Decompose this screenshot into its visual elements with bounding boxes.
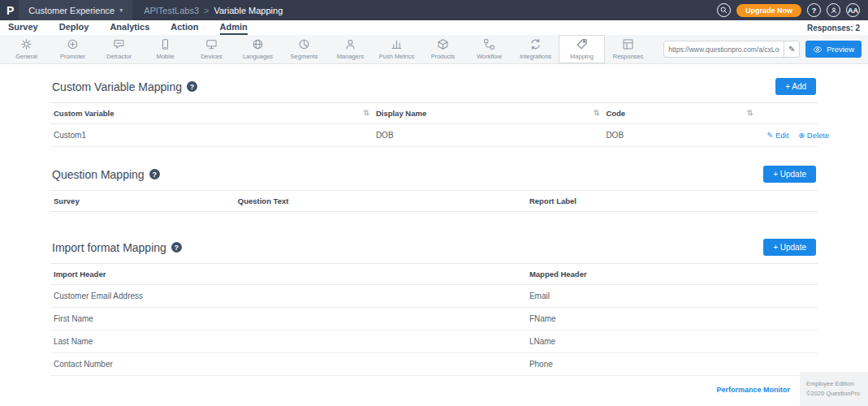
upgrade-now-button[interactable]: Upgrade Now bbox=[736, 4, 801, 17]
eye-icon bbox=[813, 45, 823, 54]
cell-code: DOB bbox=[602, 124, 756, 147]
section-title-import-format-mapping: Import format Mapping bbox=[52, 241, 166, 254]
toolbar-item-responses[interactable]: Responses bbox=[605, 35, 651, 63]
toolbar-item-promoter[interactable]: Promoter bbox=[50, 35, 96, 63]
avatar[interactable]: AA bbox=[846, 3, 860, 17]
column-header-custom-variable: Custom Variable ⇅ bbox=[50, 103, 373, 124]
toolbar-item-general[interactable]: General bbox=[3, 35, 50, 63]
toolbar-item-detractor[interactable]: Detractor bbox=[96, 35, 142, 63]
cell-mapped-header: Email bbox=[526, 285, 818, 308]
content-area: Custom Variable Mapping ? + Add Custom V… bbox=[50, 69, 818, 376]
table-grid-icon bbox=[622, 38, 634, 50]
update-question-mapping-button[interactable]: + Update bbox=[763, 166, 816, 183]
custom-variable-table: Custom Variable ⇅ Display Name ⇅ Code ⇅ bbox=[50, 102, 818, 147]
search-icon bbox=[720, 6, 728, 14]
section-title-custom-variable-mapping: Custom Variable Mapping bbox=[52, 80, 182, 93]
column-header-survey: Survey bbox=[50, 191, 235, 212]
help-icon[interactable]: ? bbox=[149, 169, 160, 179]
tab-analytics[interactable]: Analytics bbox=[110, 20, 149, 35]
edit-pencil-icon: ✎ bbox=[767, 131, 773, 140]
table-row: Last Name LName bbox=[50, 330, 818, 353]
toolbar-item-mapping[interactable]: Mapping bbox=[559, 35, 605, 63]
bar-chart-icon bbox=[391, 38, 403, 50]
table-row: Customer Email Address Email bbox=[50, 285, 818, 308]
sync-arrows-icon bbox=[529, 38, 542, 50]
column-header-question-text: Question Text bbox=[235, 191, 526, 212]
help-icon[interactable]: ? bbox=[187, 81, 197, 92]
cell-mapped-header: LName bbox=[526, 330, 818, 353]
chevron-down-icon: ▾ bbox=[119, 6, 123, 14]
top-bar: P Customer Experience ▾ APITestLabs3>Var… bbox=[0, 0, 868, 20]
person-icon bbox=[344, 38, 356, 50]
import-format-table: Import Header Mapped Header Customer Ema… bbox=[50, 263, 818, 376]
cell-import-header: First Name bbox=[50, 308, 526, 330]
tab-action[interactable]: Action bbox=[171, 20, 198, 35]
toolbar-item-integrations[interactable]: Integrations bbox=[512, 35, 559, 63]
sort-icon[interactable]: ⇅ bbox=[363, 109, 369, 117]
cell-import-header: Customer Email Address bbox=[50, 285, 526, 308]
column-header-mapped-header: Mapped Header bbox=[526, 264, 818, 285]
admin-toolbar: General Promoter Detractor Mobile Device… bbox=[0, 35, 868, 64]
product-dropdown[interactable]: Customer Experience ▾ bbox=[19, 0, 132, 20]
cell-import-header: Last Name bbox=[50, 330, 526, 353]
column-header-report-label: Report Label bbox=[526, 191, 818, 212]
question-mapping-section: Question Mapping ? + Update Survey Quest… bbox=[50, 157, 818, 220]
table-row: Custom1 DOB DOB ✎ Edit ⊗ Delete bbox=[50, 124, 818, 147]
preview-button[interactable]: Preview bbox=[805, 41, 862, 58]
sort-icon[interactable]: ⇅ bbox=[747, 109, 754, 117]
custom-variable-mapping-section: Custom Variable Mapping ? + Add Custom V… bbox=[50, 69, 818, 147]
column-header-import-header: Import Header bbox=[50, 264, 526, 285]
questionpro-logo[interactable]: P bbox=[6, 4, 14, 17]
toolbar-item-languages[interactable]: Languages bbox=[235, 35, 281, 63]
person-icon bbox=[830, 6, 838, 15]
pie-segment-icon bbox=[298, 38, 310, 50]
table-row: Contact Number Phone bbox=[50, 353, 818, 376]
edit-url-button[interactable]: ✎ bbox=[784, 41, 799, 57]
account-button[interactable] bbox=[827, 3, 840, 17]
tab-survey[interactable]: Survey bbox=[8, 20, 38, 35]
breadcrumb-separator: > bbox=[204, 6, 209, 15]
edition-box: Employee Edition ©2020 QuestionPro bbox=[800, 372, 868, 406]
column-header-code: Code ⇅ bbox=[602, 103, 756, 124]
pencil-icon: ✎ bbox=[788, 45, 795, 54]
main-nav: Survey Deploy Analytics Action Admin Res… bbox=[0, 20, 868, 35]
toolbar-item-managers[interactable]: Managers bbox=[327, 35, 374, 63]
cell-mapped-header: Phone bbox=[526, 353, 818, 376]
detractor-bubble-icon bbox=[113, 38, 125, 50]
section-title-question-mapping: Question Mapping bbox=[52, 168, 145, 181]
search-button[interactable] bbox=[717, 3, 731, 17]
delete-circle-icon: ⊗ bbox=[798, 131, 805, 140]
tab-deploy[interactable]: Deploy bbox=[59, 20, 89, 35]
toolbar-item-mobile[interactable]: Mobile bbox=[142, 35, 188, 63]
update-import-format-button[interactable]: + Update bbox=[763, 239, 816, 256]
cell-display-name: DOB bbox=[373, 124, 603, 147]
toolbar-item-products[interactable]: Products bbox=[420, 35, 466, 63]
performance-monitor-link[interactable]: Performance Monitor bbox=[716, 386, 790, 394]
breadcrumb-project[interactable]: APITestLabs3 bbox=[144, 6, 199, 15]
mobile-phone-icon bbox=[159, 38, 171, 50]
delete-link[interactable]: ⊗ Delete bbox=[798, 131, 829, 140]
responses-count[interactable]: Responses: 2 bbox=[807, 24, 860, 32]
add-custom-variable-button[interactable]: + Add bbox=[775, 78, 816, 95]
cell-mapped-header: FName bbox=[526, 308, 818, 330]
box-icon bbox=[437, 38, 449, 50]
help-icon[interactable]: ? bbox=[171, 242, 182, 253]
column-header-actions bbox=[756, 103, 818, 124]
toolbar-item-devices[interactable]: Devices bbox=[188, 35, 235, 63]
table-row: First Name FName bbox=[50, 308, 818, 330]
toolbar-item-push-metrics[interactable]: Push Metrics bbox=[374, 35, 420, 63]
import-format-mapping-section: Import format Mapping ? + Update Import … bbox=[50, 230, 818, 376]
edit-link[interactable]: ✎ Edit bbox=[767, 131, 788, 140]
workflow-icon bbox=[483, 38, 495, 50]
help-button[interactable]: ? bbox=[807, 3, 821, 17]
globe-icon bbox=[252, 38, 264, 50]
product-dropdown-label: Customer Experience bbox=[28, 6, 114, 15]
sort-icon[interactable]: ⇅ bbox=[594, 109, 600, 117]
tag-icon bbox=[576, 38, 588, 50]
column-header-display-name: Display Name ⇅ bbox=[373, 103, 603, 124]
toolbar-item-segments[interactable]: Segments bbox=[281, 35, 327, 63]
tab-admin[interactable]: Admin bbox=[220, 20, 248, 35]
survey-url-input[interactable] bbox=[664, 45, 784, 54]
toolbar-item-workflow[interactable]: Workflow bbox=[466, 35, 512, 63]
breadcrumb-page: Variable Mapping bbox=[214, 6, 283, 15]
